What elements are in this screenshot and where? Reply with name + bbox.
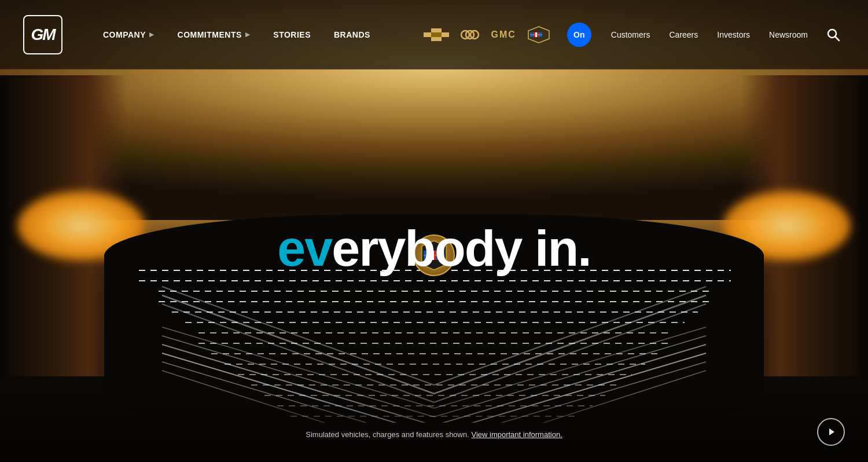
gm-logo-text: GM: [31, 25, 54, 44]
search-icon: [826, 28, 840, 42]
play-icon: [825, 426, 837, 438]
nav-company[interactable]: COMPANY ▶: [91, 25, 166, 44]
nav-brands[interactable]: BRANDS: [322, 25, 382, 44]
nav-careers[interactable]: Careers: [661, 25, 706, 44]
cadillac-logo[interactable]: [528, 26, 550, 43]
headline-text: everybody in.: [277, 223, 590, 274]
buick-logo[interactable]: [461, 27, 479, 42]
chevrolet-logo[interactable]: [424, 28, 449, 41]
nav-stories[interactable]: STORIES: [262, 25, 322, 44]
disclaimer-link[interactable]: View important information.: [471, 430, 562, 439]
onstar-label: On: [573, 30, 584, 39]
bottom-fade: [0, 393, 868, 462]
nav-customers[interactable]: Customers: [603, 25, 659, 44]
gmc-logo[interactable]: GMC: [491, 30, 516, 40]
nav-newsroom[interactable]: Newsroom: [761, 25, 816, 44]
gmc-text: GMC: [491, 30, 516, 40]
hero-headline: everybody in.: [277, 223, 590, 274]
headline-rest: erybody in.: [332, 219, 590, 277]
nav-commitments[interactable]: COMMITMENTS ▶: [166, 25, 262, 44]
brand-logos: GMC: [424, 26, 549, 43]
secondary-nav: Customers Careers Investors Newsroom: [603, 25, 816, 44]
svg-rect-19: [431, 32, 442, 37]
primary-nav: COMPANY ▶ COMMITMENTS ▶ STORIES BRANDS: [91, 25, 382, 44]
play-button[interactable]: [817, 418, 845, 446]
navbar: GM COMPANY ▶ COMMITMENTS ▶ STORIES BRAND…: [0, 0, 868, 69]
svg-marker-32: [829, 428, 834, 435]
hero-section: GM COMPANY ▶ COMMITMENTS ▶ STORIES BRAND…: [0, 0, 868, 462]
search-button[interactable]: [822, 23, 845, 46]
onstar-button[interactable]: On: [567, 23, 591, 47]
headline-ev: ev: [277, 219, 332, 277]
nav-investors[interactable]: Investors: [709, 25, 758, 44]
disclaimer-text: Simulated vehicles, charges and features…: [306, 430, 562, 439]
company-arrow-icon: ▶: [149, 31, 155, 38]
gm-logo[interactable]: GM: [23, 15, 62, 54]
svg-line-31: [836, 37, 839, 41]
commitments-arrow-icon: ▶: [245, 31, 251, 38]
svg-point-30: [828, 30, 836, 38]
